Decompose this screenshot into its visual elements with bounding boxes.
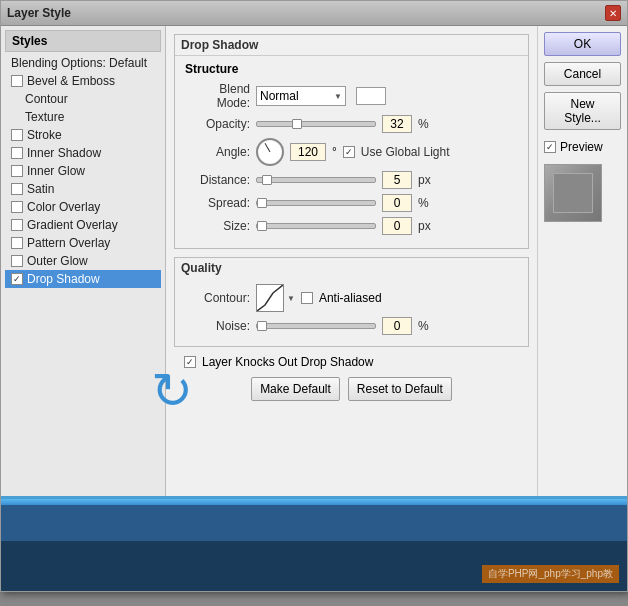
degree-symbol: ° [332,145,337,159]
sidebar-item-inner-shadow[interactable]: Inner Shadow [5,144,161,162]
inner-shadow-checkbox[interactable] [11,147,23,159]
opacity-label: Opacity: [185,117,250,131]
contour-row: Contour: ▼ Anti-aliased [185,284,518,312]
sidebar-item-outer-glow[interactable]: Outer Glow [5,252,161,270]
angle-row: Angle: ° Use Global Light [185,138,518,166]
contour-thumbnail[interactable] [256,284,284,312]
content-area: Drop Shadow Structure Blend Mode: Normal… [166,26,537,496]
bevel-emboss-checkbox[interactable] [11,75,23,87]
sidebar-item-gradient-overlay[interactable]: Gradient Overlay [5,216,161,234]
quality-body: Contour: ▼ Anti-aliased [175,278,528,346]
spread-row: Spread: % [185,194,518,212]
watermark-text: 自学PHP网_php学习_php教 [482,565,619,583]
satin-checkbox[interactable] [11,183,23,195]
size-slider-handle[interactable] [257,221,267,231]
inner-glow-label: Inner Glow [27,164,85,178]
angle-label: Angle: [185,145,250,159]
spread-input[interactable] [382,194,412,212]
sidebar-item-bevel-emboss[interactable]: Bevel & Emboss [5,72,161,90]
distance-slider[interactable] [256,177,376,183]
reset-to-default-button[interactable]: Reset to Default [348,377,452,401]
distance-slider-handle[interactable] [262,175,272,185]
stroke-checkbox[interactable] [11,129,23,141]
angle-input[interactable] [290,143,326,161]
noise-slider[interactable] [256,323,376,329]
close-button[interactable]: ✕ [605,5,621,21]
contour-dropdown-arrow-icon[interactable]: ▼ [287,294,295,303]
noise-label: Noise: [185,319,250,333]
sidebar-item-blending[interactable]: Blending Options: Default [5,54,161,72]
opacity-input[interactable]: 32 [382,115,412,133]
structure-title: Structure [185,62,518,76]
outer-glow-checkbox[interactable] [11,255,23,267]
inner-glow-checkbox[interactable] [11,165,23,177]
title-bar: Layer Style ✕ [1,1,627,26]
canvas-area: 自学PHP网_php学习_php教 [1,496,627,591]
sidebar-item-drop-shadow[interactable]: Drop Shadow [5,270,161,288]
contour-curve-icon [257,285,283,311]
canvas-top-stripe [1,499,627,505]
spread-unit: % [418,196,438,210]
sidebar-item-contour[interactable]: Contour [5,90,161,108]
blend-mode-row: Blend Mode: Normal ▼ [185,82,518,110]
pattern-overlay-checkbox[interactable] [11,237,23,249]
right-panel: Drop Shadow Structure Blend Mode: Normal… [166,26,627,496]
opacity-slider[interactable] [256,121,376,127]
opacity-slider-handle[interactable] [292,119,302,129]
preview-box [544,164,602,222]
distance-input[interactable] [382,171,412,189]
distance-row: Distance: px [185,171,518,189]
blue-arrow-icon: ↺ [151,366,193,416]
blending-label: Blending Options: Default [11,56,147,70]
cancel-button[interactable]: Cancel [544,62,621,86]
drop-shadow-label: Drop Shadow [27,272,100,286]
sidebar-item-texture[interactable]: Texture [5,108,161,126]
spread-slider-handle[interactable] [257,198,267,208]
inner-shadow-label: Inner Shadow [27,146,101,160]
shadow-color-swatch[interactable] [356,87,386,105]
noise-input[interactable] [382,317,412,335]
size-unit: px [418,219,438,233]
outer-glow-label: Outer Glow [27,254,88,268]
angle-dial[interactable] [256,138,284,166]
new-style-button[interactable]: New Style... [544,92,621,130]
layer-style-dialog: Layer Style ✕ Styles Blending Options: D… [0,0,628,592]
main-content: Styles Blending Options: Default Bevel &… [1,26,627,496]
bevel-emboss-label: Bevel & Emboss [27,74,115,88]
stroke-label: Stroke [27,128,62,142]
sidebar-item-inner-glow[interactable]: Inner Glow [5,162,161,180]
spread-slider[interactable] [256,200,376,206]
sidebar-item-pattern-overlay[interactable]: Pattern Overlay [5,234,161,252]
size-input[interactable] [382,217,412,235]
blend-mode-arrow-icon: ▼ [334,92,342,101]
window-title: Layer Style [7,6,71,20]
blend-mode-label: Blend Mode: [185,82,250,110]
preview-label: Preview [560,140,603,154]
global-light-checkbox[interactable] [343,146,355,158]
gradient-overlay-checkbox[interactable] [11,219,23,231]
satin-label: Satin [27,182,54,196]
sidebar-item-color-overlay[interactable]: Color Overlay [5,198,161,216]
preview-checkbox[interactable] [544,141,556,153]
size-slider[interactable] [256,223,376,229]
global-light-label: Use Global Light [361,145,450,159]
blend-mode-value: Normal [260,89,299,103]
size-label: Size: [185,219,250,233]
sidebar-item-satin[interactable]: Satin [5,180,161,198]
make-default-button[interactable]: Make Default [251,377,340,401]
ok-button[interactable]: OK [544,32,621,56]
sidebar-item-stroke[interactable]: Stroke [5,126,161,144]
drop-shadow-checkbox[interactable] [11,273,23,285]
contour-control: ▼ [256,284,295,312]
structure-section: Structure Blend Mode: Normal ▼ [175,55,528,248]
blend-mode-dropdown[interactable]: Normal ▼ [256,86,346,106]
opacity-row: Opacity: 32 % [185,115,518,133]
quality-section: Quality Contour: ▼ [174,257,529,347]
noise-slider-handle[interactable] [257,321,267,331]
drop-shadow-section: Drop Shadow Structure Blend Mode: Normal… [174,34,529,249]
color-overlay-checkbox[interactable] [11,201,23,213]
bottom-buttons: Make Default Reset to Default [174,377,529,401]
anti-aliased-checkbox[interactable] [301,292,313,304]
noise-unit: % [418,319,438,333]
distance-unit: px [418,173,438,187]
